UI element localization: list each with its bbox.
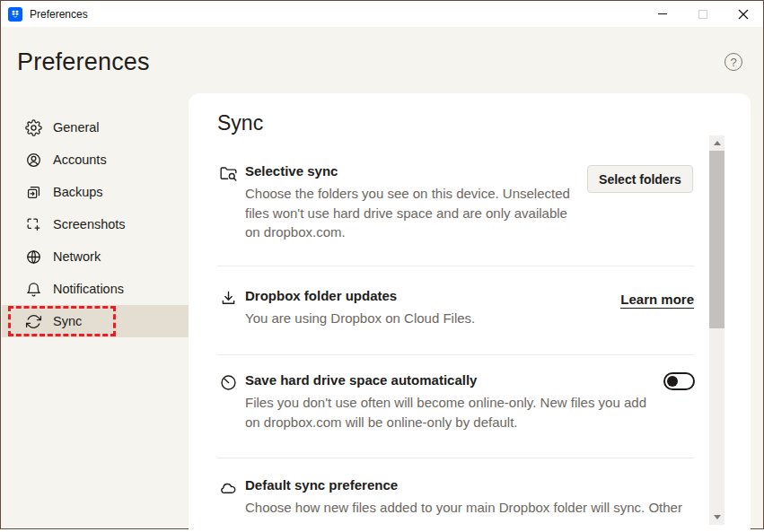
scrollbar-thumb[interactable] xyxy=(709,151,724,328)
close-button[interactable] xyxy=(723,1,763,27)
sidebar-label: Screenshots xyxy=(53,217,126,231)
row-title: Default sync preference xyxy=(245,476,721,494)
row-title: Save hard drive space automatically xyxy=(245,371,667,389)
folder-updates-row: Dropbox folder updates You are using Dro… xyxy=(245,287,622,328)
sidebar-item-sync[interactable]: Sync xyxy=(2,305,189,337)
save-space-toggle[interactable] xyxy=(663,372,695,390)
sidebar-item-accounts[interactable]: Accounts xyxy=(2,144,189,176)
account-icon xyxy=(25,152,42,169)
window-title: Preferences xyxy=(30,8,88,21)
scroll-up-icon xyxy=(714,141,721,145)
backups-icon xyxy=(25,184,42,201)
page-title: Preferences xyxy=(17,48,150,76)
sidebar-label: General xyxy=(53,120,100,135)
toggle-knob xyxy=(667,376,678,387)
gear-icon xyxy=(25,119,42,136)
cloud-icon xyxy=(219,478,238,497)
row-description: Files you don't use often will become on… xyxy=(245,393,667,432)
save-space-row: Save hard drive space automatically File… xyxy=(245,371,667,432)
preferences-window: Preferences Preferences ? General Accoun… xyxy=(0,0,764,529)
close-icon xyxy=(738,9,749,20)
sidebar-label: Accounts xyxy=(53,153,107,167)
sidebar-label: Notifications xyxy=(53,282,124,296)
screenshots-icon xyxy=(25,216,42,233)
selective-sync-row: Selective sync Choose the folders you se… xyxy=(245,162,609,242)
titlebar: Preferences xyxy=(1,1,763,27)
sidebar-item-screenshots[interactable]: Screenshots xyxy=(2,208,189,240)
panel-title: Sync xyxy=(217,111,263,135)
sidebar-item-backups[interactable]: Backups xyxy=(2,176,189,208)
default-sync-row: Default sync preference Choose how new f… xyxy=(245,476,721,518)
maximize-button[interactable] xyxy=(682,1,723,27)
row-title: Dropbox folder updates xyxy=(245,287,622,305)
disk-space-icon xyxy=(219,373,238,392)
sidebar-item-network[interactable]: Network xyxy=(2,240,189,273)
scrollbar[interactable] xyxy=(709,135,724,525)
download-icon xyxy=(219,289,238,308)
sidebar-item-notifications[interactable]: Notifications xyxy=(2,273,189,305)
minimize-button[interactable] xyxy=(642,1,682,27)
help-icon[interactable]: ? xyxy=(724,53,742,71)
sidebar-label: Sync xyxy=(53,314,82,328)
scroll-up-button[interactable] xyxy=(709,135,724,151)
sync-panel: Sync Selective sync Choose the folders y… xyxy=(189,93,751,530)
sidebar-item-general[interactable]: General xyxy=(2,111,189,144)
window-controls xyxy=(642,1,763,27)
sidebar-label: Backups xyxy=(53,185,103,199)
row-title: Selective sync xyxy=(245,162,609,180)
learn-more-link[interactable]: Learn more xyxy=(620,292,694,309)
sidebar: General Accounts Backups Screenshots Net… xyxy=(2,111,189,337)
divider xyxy=(217,458,694,458)
scroll-down-icon xyxy=(714,515,721,519)
row-description: Choose how new files added to your main … xyxy=(245,498,721,518)
globe-icon xyxy=(25,249,42,266)
dropbox-logo-icon xyxy=(8,7,22,22)
sync-icon xyxy=(25,313,42,330)
divider xyxy=(217,354,694,355)
row-description: You are using Dropbox on Cloud Files. xyxy=(245,309,622,328)
maximize-icon xyxy=(698,10,707,19)
row-description: Choose the folders you see on this devic… xyxy=(245,184,609,242)
select-folders-button[interactable]: Select folders xyxy=(587,165,693,193)
scroll-down-button[interactable] xyxy=(709,510,724,525)
folder-search-icon xyxy=(219,164,238,183)
divider xyxy=(217,266,694,266)
sidebar-label: Network xyxy=(53,249,101,264)
minimize-icon xyxy=(658,13,667,14)
bell-icon xyxy=(25,281,42,298)
